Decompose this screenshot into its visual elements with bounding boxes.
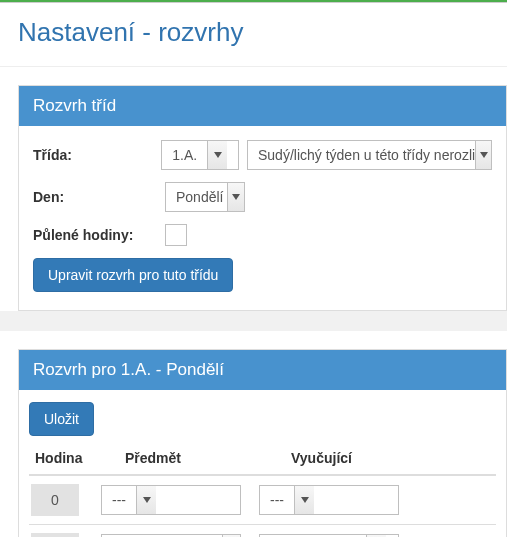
chevron-down-icon [475,141,491,169]
header-teacher: Vyučující [249,450,407,466]
select-day[interactable]: Pondělí [165,182,245,212]
panel-schedule-table: Rozvrh pro 1.A. - Pondělí Uložit Hodina … [18,349,507,537]
select-week-type[interactable]: Sudý/lichý týden u této třídy nerozlišuj… [247,140,492,170]
table-row: 1Aj - Anglický jazykCvrček Luboš [29,525,496,537]
select-week-value: Sudý/lichý týden u této třídy nerozlišuj… [248,141,475,169]
hour-cell: 0 [31,484,79,516]
select-subject[interactable]: --- [101,485,241,515]
table-row: 0------ [29,476,496,525]
table-header-row: Hodina Předmět Vyučující [29,442,496,476]
save-button[interactable]: Uložit [29,402,94,436]
label-split-hours: Půlené hodiny: [33,227,165,243]
chevron-down-icon [294,486,314,514]
hour-cell: 1 [31,533,79,537]
header-subject: Předmět [91,450,249,466]
panel-schedule-settings: Rozvrh tříd Třída: 1.A. Sudý/lichý týden… [18,85,507,311]
select-teacher[interactable]: --- [259,485,399,515]
select-class[interactable]: 1.A. [161,140,239,170]
select-class-value: 1.A. [162,141,207,169]
chevron-down-icon [136,486,156,514]
select-day-value: Pondělí [166,183,227,211]
header-hour: Hodina [29,450,91,466]
label-class: Třída: [33,147,161,163]
page-title: Nastavení - rozvrhy [0,3,507,67]
chevron-down-icon [227,183,244,211]
select-teacher-value: --- [260,486,294,514]
chevron-down-icon [207,141,227,169]
panel-header-settings: Rozvrh tříd [19,86,506,126]
checkbox-split-hours[interactable] [165,224,187,246]
select-subject-value: --- [102,486,136,514]
label-day: Den: [33,189,165,205]
edit-schedule-button[interactable]: Upravit rozvrh pro tuto třídu [33,258,233,292]
panel-header-table: Rozvrh pro 1.A. - Pondělí [19,350,506,390]
